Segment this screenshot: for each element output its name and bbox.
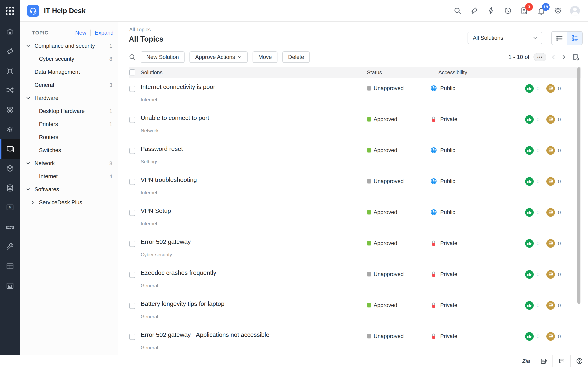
rail-item-purchases[interactable]: $ [0,198,20,217]
column-settings-icon[interactable] [572,53,580,61]
row-checkbox[interactable] [129,179,135,185]
row-checkbox[interactable] [129,334,135,340]
topic-item[interactable]: Printers 1 [20,118,118,131]
like-button[interactable] [525,146,534,155]
solution-title[interactable]: Error 502 gateway [141,238,191,245]
topic-item[interactable]: Data Management [20,66,118,78]
chevron-icon[interactable] [26,161,31,166]
rail-item-changes[interactable] [0,80,20,100]
search-icon[interactable] [453,6,462,16]
prev-page-button[interactable] [550,54,557,60]
solution-title[interactable]: Unable to connect to port [141,114,209,121]
column-header-status[interactable]: Status [367,67,382,78]
row-checkbox[interactable] [129,148,135,154]
history-icon[interactable] [503,6,512,16]
column-header-accessibility[interactable]: Accessibility [438,67,467,78]
next-page-button[interactable] [561,54,567,60]
select-all-checkbox[interactable] [129,69,135,75]
comment-button[interactable] [546,208,555,217]
rail-item-contracts[interactable] [0,217,20,237]
like-button[interactable] [525,208,534,217]
rail-item-reports[interactable] [0,276,20,296]
rail-item-home[interactable] [0,22,20,41]
chevron-icon[interactable] [30,200,35,205]
topic-item[interactable]: Internet 4 [20,170,118,183]
comment-button[interactable] [546,301,555,310]
topic-item[interactable]: General 3 [20,78,118,92]
approve-actions-button[interactable]: Approve Actions [190,51,248,63]
comment-button[interactable] [546,146,555,155]
comment-button[interactable] [546,270,555,279]
solution-title[interactable]: VPN troubleshooting [141,176,197,183]
topic-item[interactable]: Desktop Hardware 1 [20,105,118,118]
rail-item-tickets[interactable] [0,41,20,61]
row-checkbox[interactable] [129,86,135,92]
list-search-icon[interactable] [129,54,136,60]
topic-item[interactable]: Compliance and security 1 [20,39,118,52]
chevron-icon[interactable] [26,187,31,192]
topic-item[interactable]: Routers [20,131,118,144]
breadcrumb[interactable]: All Topics [129,27,151,33]
like-button[interactable] [525,301,534,310]
new-solution-button[interactable]: New Solution [141,51,185,63]
notifications-icon[interactable]: 19 [536,6,546,16]
row-checkbox[interactable] [129,241,135,247]
scrollbar-thumb[interactable] [577,67,580,304]
help-button[interactable] [570,355,588,367]
chevron-icon[interactable] [26,43,31,49]
solutions-filter-select[interactable]: All Solutions [467,32,542,44]
rail-item-admin[interactable] [0,237,20,257]
rail-item-custom-views[interactable] [0,257,20,276]
avatar[interactable] [570,6,580,16]
detail-view-button[interactable] [567,32,582,45]
topic-item[interactable]: Cyber security 8 [20,52,118,66]
solution-title[interactable]: Internet connectivity is poor [141,83,215,90]
row-checkbox[interactable] [129,210,135,216]
expand-topics-link[interactable]: Expand [95,30,113,36]
compose-button[interactable] [535,355,553,367]
approvals-icon[interactable]: 3 [520,6,529,16]
topic-item[interactable]: Softwares [20,183,118,196]
like-button[interactable] [525,177,534,186]
feedback-button[interactable] [553,355,570,367]
comment-button[interactable] [546,84,555,93]
comment-button[interactable] [546,115,555,124]
chevron-icon[interactable] [26,95,31,101]
quick-actions-icon[interactable] [486,6,496,16]
rail-item-bugs[interactable] [0,61,20,80]
app-launcher-icon[interactable] [0,0,20,22]
comment-button[interactable] [546,239,555,248]
comment-button[interactable] [546,177,555,186]
new-ticket-icon[interactable] [470,6,479,16]
comment-button[interactable] [546,332,555,341]
rail-item-cmdb[interactable] [0,178,20,198]
like-button[interactable] [525,239,534,248]
topic-item[interactable]: Hardware [20,92,118,105]
new-topic-link[interactable]: New [75,30,86,36]
solution-title[interactable]: Password reset [141,145,183,152]
pagination-more[interactable]: ••• [534,53,546,61]
column-header-solutions[interactable]: Solutions [141,67,163,78]
solution-title[interactable]: Ezeedoc crashes frequently [141,269,216,276]
rail-item-projects[interactable] [0,100,20,119]
row-checkbox[interactable] [129,272,135,278]
solution-title[interactable]: Battery longevity tips for laptop [141,300,224,307]
topic-item[interactable]: Switches [20,144,118,157]
like-button[interactable] [525,270,534,279]
row-checkbox[interactable] [129,117,135,123]
topic-item[interactable]: ServiceDesk Plus [20,196,118,209]
like-button[interactable] [525,84,534,93]
rail-item-releases[interactable] [0,119,20,139]
move-button[interactable]: Move [252,51,277,63]
row-checkbox[interactable] [129,303,135,309]
like-button[interactable] [525,115,534,124]
list-view-button[interactable] [552,32,567,45]
like-button[interactable] [525,332,534,341]
rail-item-assets[interactable] [0,159,20,178]
settings-icon[interactable] [553,6,563,16]
topic-item[interactable]: Network 3 [20,157,118,170]
solution-title[interactable]: VPN Setup [141,207,171,214]
delete-button[interactable]: Delete [282,51,310,63]
zia-button[interactable]: Zia [517,355,535,367]
rail-item-solutions[interactable] [0,139,20,159]
